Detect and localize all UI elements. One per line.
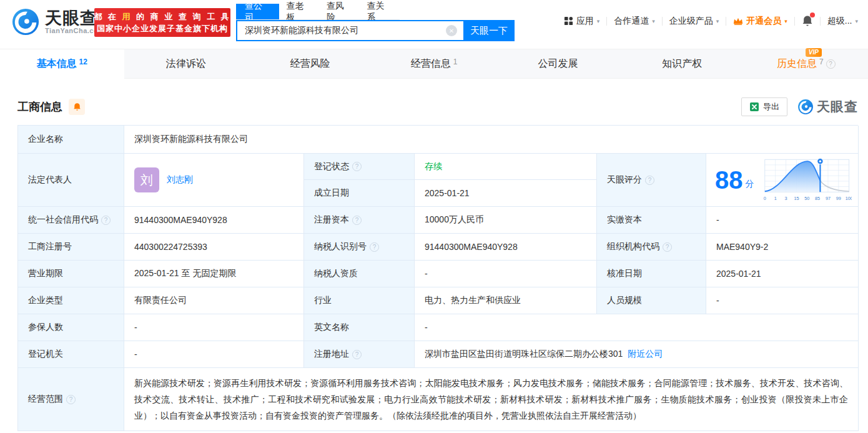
field-label-business-scope: 经营范围 ?: [18, 368, 124, 431]
svg-text:100: 100: [845, 196, 852, 201]
subscribe-alert-button[interactable]: [69, 99, 85, 115]
tab-operation-risk[interactable]: 经营风险: [248, 49, 372, 78]
excel-icon: [749, 102, 759, 112]
field-value-business-scope: 新兴能源技术研发；资源再生利用技术研发；资源循环利用服务技术咨询；太阳能发电技术…: [124, 368, 859, 431]
tab-legal-lawsuits[interactable]: 法律诉讼: [124, 49, 249, 78]
help-icon[interactable]: ?: [663, 242, 672, 252]
apps-grid-icon: [564, 16, 573, 26]
field-value-paid-capital: -: [706, 207, 859, 234]
nav-apps-label: 应用: [576, 16, 594, 27]
legal-rep-link[interactable]: 刘志刚: [167, 174, 193, 186]
tab-label: 法律诉讼: [166, 57, 206, 71]
help-icon[interactable]: ?: [66, 395, 76, 404]
field-label-reg-status: 登记状态 ?: [304, 154, 415, 180]
promo-line2: 国家中小企业发展子基金旗下机构: [97, 23, 228, 34]
nav-open-vip-label: 开通会员: [746, 16, 781, 27]
score-value: 88: [715, 167, 743, 192]
field-value-establish-date: 2025-01-21: [415, 180, 597, 207]
field-value-industry: 电力、热力生产和供应业: [415, 287, 597, 314]
field-label-credit-code: 统一社会信用代码 ?: [18, 207, 124, 234]
legal-rep-avatar[interactable]: 刘: [134, 167, 159, 192]
field-value-company-type: 有限责任公司: [124, 287, 304, 314]
score-unit: 分: [746, 179, 754, 190]
crown-icon: [733, 17, 743, 26]
clear-search-icon[interactable]: ✕: [446, 25, 457, 36]
field-value-english-name: -: [415, 314, 859, 341]
notification-bell[interactable]: [802, 15, 813, 27]
top-nav: 应用 ▾ 合作通道 ▾ 企业级产品 ▾ 开通会员 ▾: [564, 15, 858, 27]
chevron-down-icon: ▾: [652, 18, 655, 24]
tab-count: 1: [453, 57, 458, 66]
search-tab-company[interactable]: 查公司: [236, 4, 279, 19]
tab-label: 知识产权: [662, 57, 702, 71]
nav-partner[interactable]: 合作通道 ▾: [614, 16, 655, 27]
bell-icon: [73, 102, 81, 111]
chevron-down-icon: ▾: [597, 18, 600, 24]
tab-label: 历史信息: [777, 57, 817, 71]
section-header: 工商信息 导出 天眼查: [17, 97, 858, 116]
search-tab-risk[interactable]: 查风险: [319, 4, 360, 19]
field-value-reg-number: 440300224725393: [124, 234, 304, 261]
promo-line1-pre: 都 在: [94, 12, 122, 21]
field-value-taxpayer-quality: -: [415, 261, 597, 287]
nav-open-vip[interactable]: 开通会员 ▾: [733, 16, 787, 27]
field-label-org-code: 组织机构代码 ?: [597, 234, 706, 261]
tab-operation-info[interactable]: 经营信息 1: [372, 49, 496, 78]
svg-text:97: 97: [825, 196, 830, 201]
nearby-companies-link[interactable]: 附近公司: [628, 349, 663, 360]
field-label-business-term: 营业期限: [18, 261, 124, 287]
tab-label: 基本信息: [37, 57, 77, 71]
help-icon[interactable]: ?: [352, 216, 362, 225]
field-label-taxpayer-id: 纳税人识别号 ?: [304, 234, 415, 261]
divider: [606, 17, 607, 26]
help-icon[interactable]: ?: [370, 242, 379, 252]
field-value-legal-rep: 刘 刘志刚: [124, 154, 304, 207]
score-distribution-chart: 0 1 3 15 50 85 97 99 100: [762, 156, 852, 204]
field-value-score: 88 分: [706, 154, 859, 207]
nav-user-account[interactable]: 超级... ▾: [827, 16, 858, 27]
search-button[interactable]: 天眼一下: [463, 20, 515, 41]
search-tab-relation[interactable]: 查关系: [360, 4, 400, 19]
nav-enterprise-label: 企业级产品: [669, 16, 713, 27]
chevron-down-icon: ▾: [855, 18, 858, 24]
field-value-credit-code: 91440300MAE940Y928: [124, 207, 304, 234]
field-value-reg-status: 存续: [415, 154, 597, 180]
business-info-table: 企业名称 深圳资环新能源科技有限公司 法定代表人 刘 刘志刚 登记状态 ? 存续…: [17, 125, 858, 431]
tab-history-info[interactable]: 历史信息 VIP 7 ?: [744, 49, 868, 78]
section-title: 工商信息: [17, 99, 62, 114]
help-icon[interactable]: ?: [645, 176, 654, 185]
field-label-reg-number: 工商注册号: [18, 234, 124, 261]
tab-basic-info[interactable]: 基本信息 12: [0, 49, 124, 79]
field-label-establish-date: 成立日期: [304, 180, 415, 207]
field-label-english-name: 英文名称: [304, 314, 415, 341]
promo-line1-highlight: 用: [122, 12, 132, 21]
divider: [662, 17, 663, 26]
help-icon[interactable]: ?: [101, 216, 111, 225]
promo-line1-post: 的 商 业 查 询 工 具: [132, 12, 230, 21]
export-button[interactable]: 导出: [741, 97, 787, 116]
tab-count: 7: [819, 57, 824, 66]
field-value-reg-capital: 10000万人民币: [415, 207, 597, 234]
search-tab-boss[interactable]: 查老板: [279, 4, 320, 19]
search-input[interactable]: [236, 20, 463, 41]
help-icon[interactable]: ?: [352, 350, 362, 359]
nav-partner-label: 合作通道: [614, 16, 649, 27]
top-header: 天眼查 TianYanCha.com 都 在 用 的 商 业 查 询 工 具 国…: [0, 0, 868, 49]
vip-badge: VIP: [806, 48, 822, 57]
nav-apps[interactable]: 应用 ▾: [564, 16, 600, 27]
tianyancha-logo[interactable]: 天眼查 TianYanCha.com: [11, 7, 104, 36]
tab-intellectual-property[interactable]: 知识产权: [620, 49, 744, 78]
nav-enterprise[interactable]: 企业级产品 ▾: [669, 16, 719, 27]
help-icon[interactable]: ?: [352, 162, 362, 171]
help-icon[interactable]: ?: [826, 59, 836, 69]
tab-company-development[interactable]: 公司发展: [496, 49, 620, 78]
field-value-reg-authority: -: [124, 341, 304, 368]
tab-label: 公司发展: [538, 57, 578, 71]
divider: [820, 17, 821, 26]
svg-text:50: 50: [804, 196, 809, 201]
chevron-down-icon: ▾: [784, 18, 787, 24]
field-label-reg-authority: 登记机关: [18, 341, 124, 368]
field-label-staff-size: 人员规模: [597, 287, 706, 314]
field-value-reg-address: 深圳市盐田区盐田街道明珠社区综保二期办公楼301 附近公司: [415, 341, 859, 368]
svg-text:1: 1: [774, 196, 776, 201]
